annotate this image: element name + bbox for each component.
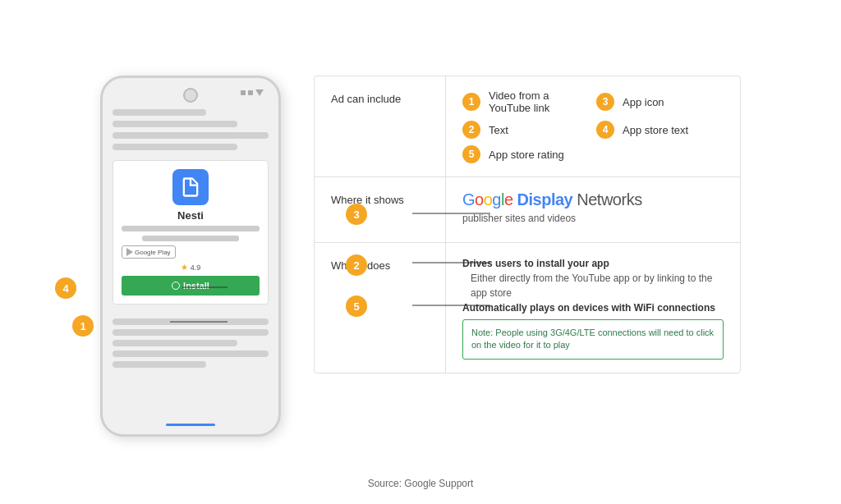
signal-icon: [241, 90, 246, 95]
phone-screen-content: Nesti Google Play ★ 4.9: [113, 103, 269, 424]
item-2: 2 Text: [462, 121, 590, 139]
google-e: e: [504, 190, 513, 208]
content-line-3: [113, 132, 269, 139]
note-text: Note: People using 3G/4G/LTE connections…: [471, 328, 714, 350]
bottom-content-lines: [113, 318, 269, 368]
bottom-line-2: [113, 329, 269, 336]
display-word: Display: [517, 190, 577, 208]
star-icon: ★: [181, 263, 188, 272]
where-it-shows-row: Where it shows Google Display Networks p…: [315, 177, 740, 243]
what-it-does-label: What it does: [315, 243, 446, 373]
content-line-2: [113, 121, 237, 127]
badge-3: 3: [346, 204, 367, 225]
where-it-shows-label: Where it shows: [315, 177, 446, 242]
ad-can-include-row: Ad can include 1 Video from a YouTube li…: [315, 76, 740, 177]
what-it-does-content: Drives users to install your app Either …: [446, 243, 740, 373]
bottom-line-1: [113, 318, 269, 325]
item-3-text: App icon: [623, 96, 664, 108]
item-1-text: Video from a YouTube link: [489, 89, 590, 114]
text-bar-2: [142, 236, 239, 241]
line3: Automatically plays on devices with WiFi…: [462, 302, 715, 314]
what-content-block: Drives users to install your app Either …: [462, 256, 724, 360]
item-4: 4 App store text: [596, 121, 724, 139]
google-play-row: Google Play: [122, 245, 260, 259]
bottom-line-5: [113, 361, 206, 368]
ad-can-include-label: Ad can include: [315, 76, 446, 176]
phone-home-indicator: [166, 424, 215, 426]
badge-num-1: 1: [462, 93, 480, 111]
badge-num-4: 4: [596, 121, 614, 139]
badge-4: 4: [55, 277, 76, 299]
google-display-title: Google Display Networks: [462, 190, 724, 209]
bottom-line-4: [113, 351, 269, 357]
phone-body: Nesti Google Play ★ 4.9: [100, 76, 281, 437]
badge-num-5: 5: [462, 145, 480, 163]
content-line-1: [113, 109, 206, 116]
google-g: G: [462, 190, 475, 208]
app-icon-svg: [179, 176, 202, 199]
publisher-text: publisher sites and videos: [462, 213, 724, 224]
item-5: 5 App store rating: [462, 145, 590, 163]
rating-row: ★ 4.9: [181, 263, 201, 272]
what-it-does-row: What it does Drives users to install you…: [315, 243, 740, 373]
item-3: 3 App icon: [596, 89, 724, 114]
bottom-line-3: [113, 340, 237, 346]
phone-mockup: 3 2 5 1 4: [100, 76, 281, 437]
google-o1: o: [475, 190, 484, 208]
install-button-label: Install: [183, 281, 209, 291]
phone-camera: [183, 88, 198, 103]
rating-value: 4.9: [191, 263, 201, 272]
battery-icon: [255, 89, 264, 96]
content-line-4: [113, 144, 237, 150]
app-name: Nesti: [177, 209, 204, 222]
ad-can-include-content: 1 Video from a YouTube link 3 App icon 2…: [446, 76, 740, 176]
item-1: 1 Video from a YouTube link: [462, 89, 590, 114]
item-4-text: App store text: [623, 124, 688, 136]
item-2-text: Text: [489, 124, 508, 136]
google-o2: o: [484, 190, 493, 208]
google-play-badge: Google Play: [122, 245, 176, 259]
badge-5: 5: [346, 296, 367, 317]
google-g2: g: [492, 190, 501, 208]
badge-1: 1: [72, 315, 94, 337]
wifi-icon: [248, 90, 253, 95]
where-it-shows-content: Google Display Networks publisher sites …: [446, 177, 740, 242]
ad-card: Nesti Google Play ★ 4.9: [113, 160, 269, 305]
play-triangle-icon: [126, 248, 133, 256]
networks-word: Networks: [577, 190, 641, 208]
install-button[interactable]: Install: [122, 276, 260, 296]
badge-num-3: 3: [596, 93, 614, 111]
badge-num-2: 2: [462, 121, 480, 139]
app-icon: [172, 169, 209, 205]
text-bar-1: [122, 226, 260, 231]
source-text: Source: Google Support: [368, 478, 474, 489]
note-box: Note: People using 3G/4G/LTE connections…: [462, 319, 724, 360]
line2: Either directly from the YouTube app or …: [471, 271, 724, 300]
item-5-text: App store rating: [489, 149, 564, 161]
google-play-label: Google Play: [135, 249, 171, 256]
install-circle-icon: [172, 282, 180, 290]
info-panel: Ad can include 1 Video from a YouTube li…: [314, 76, 741, 373]
badge-2: 2: [346, 254, 367, 276]
phone-status-bar: [241, 89, 264, 96]
line1: Drives users to install your app: [462, 258, 609, 269]
google-display-network: Google Display Networks publisher sites …: [462, 190, 724, 224]
